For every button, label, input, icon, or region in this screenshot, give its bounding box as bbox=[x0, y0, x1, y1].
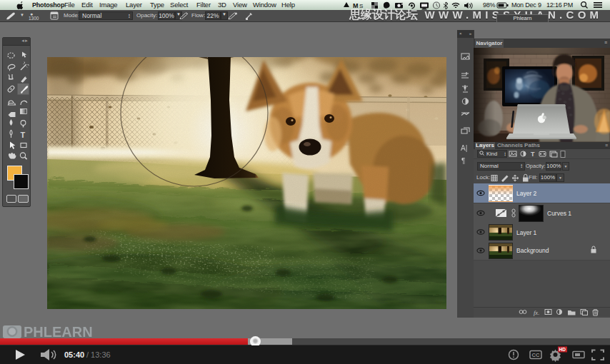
svg-text:HD: HD bbox=[559, 347, 566, 352]
svg-text:CC: CC bbox=[532, 352, 540, 358]
svg-text:05:40: 05:40 bbox=[64, 350, 84, 359]
svg-text:T: T bbox=[21, 131, 26, 139]
svg-text:/ 13:36: / 13:36 bbox=[86, 350, 111, 359]
svg-text:A|: A| bbox=[461, 144, 467, 152]
svg-text:fx.: fx. bbox=[534, 309, 539, 316]
svg-text:¶: ¶ bbox=[461, 157, 465, 165]
svg-text:PHLEARN: PHLEARN bbox=[24, 324, 93, 340]
svg-text:T: T bbox=[531, 151, 535, 158]
